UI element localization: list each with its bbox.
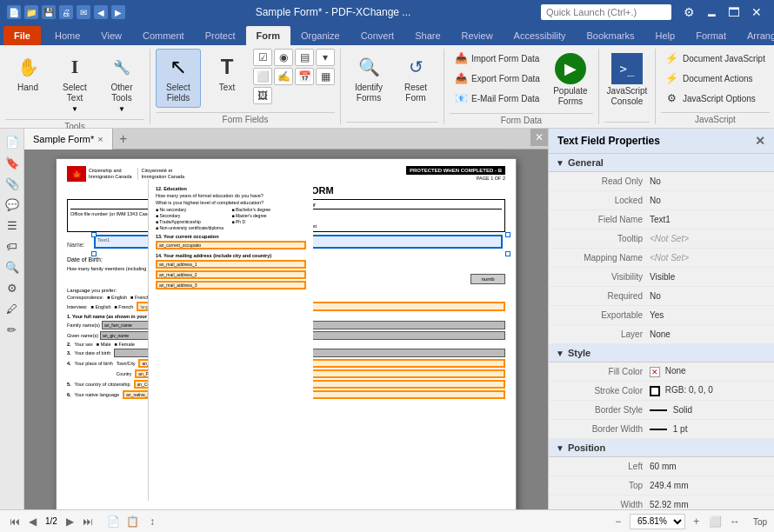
export-form-data-btn[interactable]: 📤 Export Form Data [450,69,544,88]
last-page-btn[interactable]: ⏭ [80,514,96,529]
numb-field[interactable]: numb [470,274,505,284]
edu-secondary: ■ No secondary [156,207,230,212]
maximize-btn[interactable]: 🗖 [724,3,744,21]
tab-arrange[interactable]: Arrange [737,26,774,45]
mail-address-1-field[interactable]: an_mail_address_1 [156,260,306,269]
sidebar-tool-sign[interactable]: 🖊 [3,299,22,318]
two-page-btn[interactable]: 📋 [125,514,141,529]
doc-close-btn[interactable]: ✕ [530,129,548,146]
tab-protect[interactable]: Protect [195,26,246,45]
scroll-btn[interactable]: ↕ [144,514,160,529]
zoom-select[interactable]: 25% 50% 65.81% 75% 100% 125% 150% 200% [630,514,685,529]
close-btn[interactable]: ✕ [746,3,767,21]
mapping-value: <Not Set> [650,253,767,263]
sidebar-tool-edit[interactable]: ✏ [3,320,22,339]
section-position-header[interactable]: ▼ Position [549,439,774,457]
doc-tab-add-btn[interactable]: + [113,129,134,150]
zoom-out-btn[interactable]: − [611,514,626,529]
edu-row3: ■ Trade/Apprenticeship ■ Ph D [156,219,306,224]
tab-accessibility[interactable]: Accessibility [504,26,577,45]
doc-actions-btn[interactable]: ⚡ Document Actions [661,69,770,88]
reset-form-btn[interactable]: ↺ ResetForm [393,49,438,108]
zoom-in-btn[interactable]: + [689,514,704,529]
sidebar-tool-search[interactable]: 🔍 [3,257,22,276]
back-icon[interactable]: ◀ [94,5,108,19]
single-page-btn[interactable]: 📄 [106,514,122,529]
handle-tr[interactable] [505,232,510,237]
mail-address-2-field[interactable]: an_mail_address_2 [156,270,306,279]
image-field-btn[interactable]: 🖼 [253,87,272,104]
fit-page-btn[interactable]: ⬜ [708,514,724,529]
readonly-label: Read Only [563,176,650,186]
occupation-field[interactable]: an_current_occupatio [156,241,306,249]
checkbox-field-btn[interactable]: ☑ [253,49,272,66]
sidebar-tool-bookmark[interactable]: 🔖 [3,153,22,172]
print-icon[interactable]: 🖨 [59,5,73,19]
hand-tool-btn[interactable]: ✋ Hand [5,49,50,108]
tab-organize[interactable]: Organize [290,26,350,45]
sidebar-tool-content[interactable]: ☰ [3,216,22,235]
email-form-data-btn[interactable]: 📧 E-Mail Form Data [450,89,544,108]
identify-forms-label: IdentifyForms [355,83,383,103]
fit-width-btn[interactable]: ↔ [727,514,743,529]
settings-btn[interactable]: ⚙ [678,3,699,21]
javascript-content: ⚡ Document JavaScript ⚡ Document Actions… [661,49,770,110]
mail-icon[interactable]: ✉ [77,5,90,19]
prev-page-btn[interactable]: ◀ [24,514,40,529]
style-chevron-icon: ▼ [556,349,564,358]
identify-forms-btn[interactable]: 🔍 IdentifyForms [346,49,391,108]
js-options-btn[interactable]: ⚙ JavaScript Options [661,89,770,108]
mail-address-3-field[interactable]: an_mail_address_3 [156,281,306,289]
tab-convert[interactable]: Convert [350,26,405,45]
sidebar-tool-comment[interactable]: 💬 [3,195,22,214]
forward-icon[interactable]: ▶ [111,5,125,19]
tab-format[interactable]: Format [685,26,737,45]
signature-field-btn[interactable]: ✍ [274,68,293,85]
edu-phd: ■ Ph D [232,219,307,224]
doc-tab-close-btn[interactable]: × [97,134,103,144]
save-icon[interactable]: 💾 [42,5,56,19]
tab-comment[interactable]: Comment [132,26,195,45]
doc-javascript-btn[interactable]: ⚡ Document JavaScript [661,49,770,68]
tab-view[interactable]: View [90,26,132,45]
tab-form[interactable]: Form [246,26,291,45]
js-console-btn[interactable]: >_ JavaScriptConsole [604,49,650,111]
tab-file[interactable]: File [3,26,41,45]
sidebar-tool-tag[interactable]: 🏷 [3,236,22,256]
select-text-btn[interactable]: I Select Text ▼ [52,49,97,117]
panel-close-btn[interactable]: ✕ [755,134,765,148]
button-field-btn[interactable]: ⬜ [253,68,272,85]
sidebar-tool-page[interactable]: 📄 [3,132,22,151]
handle-bl[interactable] [91,251,97,256]
tab-review[interactable]: Review [451,26,504,45]
populate-forms-btn[interactable]: ▶ PopulateForms [548,49,593,111]
sidebar-tool-attachment[interactable]: 📎 [3,174,22,193]
tab-home[interactable]: Home [44,26,90,45]
first-page-btn[interactable]: ⏮ [7,514,23,529]
barcode-field-btn[interactable]: ▦ [316,68,335,85]
minimize-btn[interactable]: 🗕 [701,3,722,21]
select-fields-btn[interactable]: ↖ SelectFields [156,49,201,108]
section-style-header[interactable]: ▼ Style [549,344,774,362]
next-page-btn[interactable]: ▶ [63,514,78,529]
listbox-field-btn[interactable]: ▤ [295,49,314,66]
text-field-btn[interactable]: T Text [204,49,250,108]
handle-tl[interactable] [91,232,97,237]
date-field-btn[interactable]: 📅 [295,68,314,85]
import-form-data-btn[interactable]: 📥 Import Form Data [450,49,544,68]
tab-bookmarks[interactable]: Bookmarks [577,26,645,45]
handle-br[interactable] [505,251,510,256]
other-tools-btn[interactable]: 🔧 Other Tools ▼ [99,49,144,117]
tab-share[interactable]: Share [404,26,450,45]
section-general-header[interactable]: ▼ General [549,154,774,172]
file-icon[interactable]: 📁 [24,5,38,19]
tab-help[interactable]: Help [645,26,686,45]
ribbon: ✋ Hand I Select Text ▼ 🔧 Other Tools ▼ T… [0,45,774,129]
combo-field-btn[interactable]: ▾ [316,49,335,66]
radio-field-btn[interactable]: ◉ [274,49,293,66]
quick-launch-input[interactable] [541,4,671,20]
doc-tab-sample-form[interactable]: Sample Form* × [24,129,113,150]
sidebar-tool-properties[interactable]: ⚙ [3,278,22,297]
position-chevron-icon: ▼ [556,443,564,453]
doc-tab-bar: Sample Form* × + ✕ [24,129,548,150]
